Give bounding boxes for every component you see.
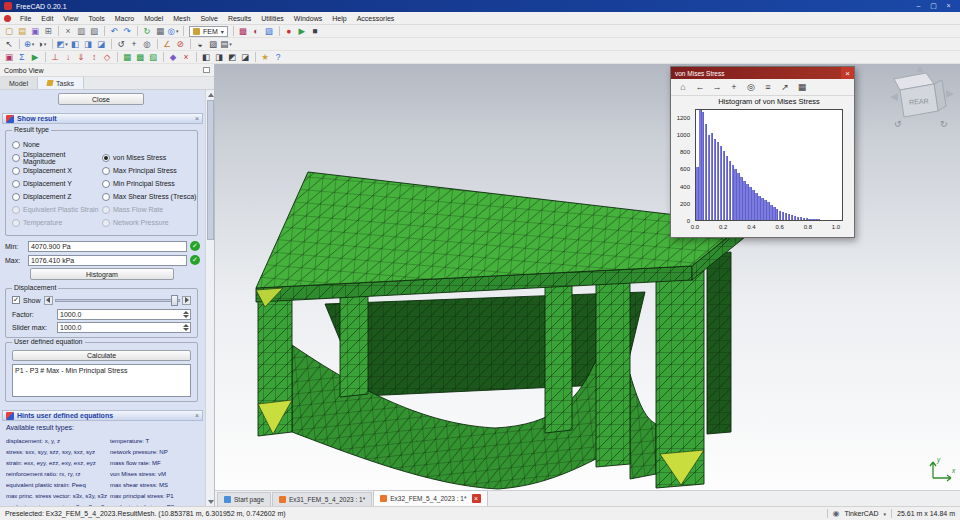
spin-down-icon[interactable] (183, 328, 189, 331)
solve-run-icon[interactable]: ▶ (29, 52, 41, 63)
view-right-icon[interactable]: ◪ (95, 39, 107, 50)
redo-icon[interactable]: ↷ (121, 26, 133, 37)
rotate-ccw-icon[interactable]: ↺ (894, 119, 902, 129)
spin-up-icon[interactable] (183, 324, 189, 327)
material-solid-icon[interactable]: ◐ (250, 26, 262, 37)
radio-max-principal-stress[interactable]: Max Principal Stress (102, 164, 197, 177)
constraint-fixed-icon[interactable]: ⊥ (49, 52, 61, 63)
constraint-force-icon[interactable]: ↓ (62, 52, 74, 63)
constraint-contact-icon[interactable]: ◇ (101, 52, 113, 63)
menu-file[interactable]: File (15, 12, 36, 24)
menu-edit[interactable]: Edit (36, 12, 58, 24)
maximize-button[interactable]: ▢ (926, 2, 941, 10)
close-button[interactable]: × (941, 2, 956, 10)
radio-none[interactable]: None (12, 138, 100, 151)
new-file-icon[interactable]: ▢ (3, 26, 15, 37)
chart-plot-area[interactable] (695, 109, 843, 221)
document-tab-3[interactable]: Ex32_FEM_5_4_2023 : 1*× (373, 490, 487, 506)
nav-arrow-up-icon[interactable] (916, 66, 924, 72)
hints-section-header[interactable]: Hints user defined equations × (2, 410, 203, 421)
nav-arrow-right-icon[interactable] (946, 90, 954, 98)
radio-max-shear-stress-tresca-[interactable]: Max Shear Stress (Tresca) (102, 190, 197, 203)
tab-close-button[interactable]: × (472, 494, 481, 503)
measure-distance-icon[interactable]: ∠ (161, 39, 173, 50)
paste-icon[interactable]: ▧ (88, 26, 100, 37)
edit-parameters-icon[interactable]: ↗ (779, 82, 791, 92)
histogram-window-titlebar[interactable]: von Mises Stress × (671, 67, 854, 79)
rotate-view-icon[interactable]: ↺ (115, 39, 127, 50)
save-file-icon[interactable]: ▣ (29, 26, 41, 37)
minimize-button[interactable]: – (911, 2, 926, 10)
constraint-displacement-icon[interactable]: ↕ (88, 52, 100, 63)
fem-mesh-icon[interactable]: ▨ (263, 26, 275, 37)
print-icon[interactable]: ⊞ (42, 26, 54, 37)
tab-tasks[interactable]: Tasks (38, 77, 84, 89)
configure-subplots-icon[interactable]: ≡ (762, 82, 774, 92)
navigation-style-value[interactable]: TinkerCAD (845, 510, 879, 517)
nav-arrow-left-icon[interactable] (890, 93, 898, 101)
radio-min-principal-stress[interactable]: Min Principal Stress (102, 177, 197, 190)
select-all-icon[interactable]: ◎ (167, 26, 179, 37)
arrow-cursor-icon[interactable]: ↖ (3, 39, 15, 50)
menu-utilities[interactable]: Utilities (256, 12, 289, 24)
clipping-z-icon[interactable]: ◩ (226, 52, 238, 63)
radio-displacement-z[interactable]: Displacement Z (12, 190, 100, 203)
chevron-down-icon[interactable] (884, 510, 887, 517)
factor-spinbox[interactable]: 1000.0 (57, 309, 191, 320)
show-result-section-header[interactable]: Show result × (2, 113, 203, 124)
histogram-close-button[interactable]: × (841, 67, 854, 79)
box-selection-icon[interactable]: ▦ (154, 26, 166, 37)
document-tab-1[interactable]: Start page (217, 492, 271, 506)
radio-displacement-y[interactable]: Displacement Y (12, 177, 100, 190)
scroll-up-icon[interactable] (207, 91, 214, 98)
slider-track[interactable] (55, 299, 180, 302)
max-value-field[interactable]: 1076.410 kPa (28, 255, 187, 266)
slider-max-spin-arrows[interactable] (182, 323, 189, 332)
menu-mesh[interactable]: Mesh (168, 12, 195, 24)
radio-displacement-x[interactable]: Displacement X (12, 164, 100, 177)
menu-results[interactable]: Results (223, 12, 256, 24)
result-purge-icon[interactable]: × (180, 52, 192, 63)
menu-model[interactable]: Model (139, 12, 168, 24)
slider-right-button[interactable] (182, 296, 191, 305)
slider-left-button[interactable] (44, 296, 53, 305)
scroll-down-icon[interactable] (207, 498, 214, 505)
panel-scrollbar[interactable] (205, 90, 214, 506)
mesh-region-icon[interactable]: ▩ (134, 52, 146, 63)
back-icon[interactable]: ← (694, 82, 706, 92)
spin-up-icon[interactable] (183, 311, 189, 314)
menu-windows[interactable]: Windows (289, 12, 327, 24)
collapse-section-icon[interactable]: × (195, 115, 199, 122)
macro-stop-icon[interactable]: ■ (309, 26, 321, 37)
home-icon[interactable]: ⌂ (677, 82, 689, 92)
menu-view[interactable]: View (58, 12, 83, 24)
histogram-window[interactable]: von Mises Stress × ⌂←→+◎≡↗▦ Histogram of… (670, 66, 855, 238)
workbench-selector[interactable]: FEM (189, 26, 228, 37)
fit-all-icon[interactable]: ⊕ (23, 39, 35, 50)
factor-spin-arrows[interactable] (182, 310, 189, 319)
calculate-button[interactable]: Calculate (12, 350, 191, 361)
analysis-container-icon[interactable]: ▩ (237, 26, 249, 37)
min-value-field[interactable]: 4070.900 Pa (28, 241, 187, 252)
navigation-cube[interactable]: REAR ↺ ↻ (890, 66, 954, 130)
constraint-pressure-icon[interactable]: ⇓ (75, 52, 87, 63)
rotate-cw-icon[interactable]: ↻ (940, 119, 948, 129)
refresh-icon[interactable]: ↻ (141, 26, 153, 37)
navigation-style-icon[interactable]: ◉ (833, 509, 840, 518)
view-isometric-icon[interactable]: ◩ (56, 39, 68, 50)
solver-calculix-icon[interactable]: Σ (16, 52, 28, 63)
nav-cube-face-label[interactable]: REAR (909, 97, 929, 105)
slider-thumb[interactable] (171, 295, 178, 306)
transparency-icon[interactable]: ▨ (207, 39, 219, 50)
view-top-icon[interactable]: ◨ (82, 39, 94, 50)
cut-icon[interactable]: × (62, 26, 74, 37)
draw-style-icon[interactable]: ◑ (36, 39, 48, 50)
menu-accessories[interactable]: Accessories (352, 12, 400, 24)
zoom-view-icon[interactable]: ◎ (141, 39, 153, 50)
float-panel-icon[interactable] (203, 67, 210, 73)
fem-examples-icon[interactable]: ★ (259, 52, 271, 63)
collapse-section-icon[interactable]: × (195, 412, 199, 419)
macro-record-icon[interactable]: ● (283, 26, 295, 37)
spin-down-icon[interactable] (183, 315, 189, 318)
scene-inspector-icon[interactable]: ▤ (220, 39, 232, 50)
